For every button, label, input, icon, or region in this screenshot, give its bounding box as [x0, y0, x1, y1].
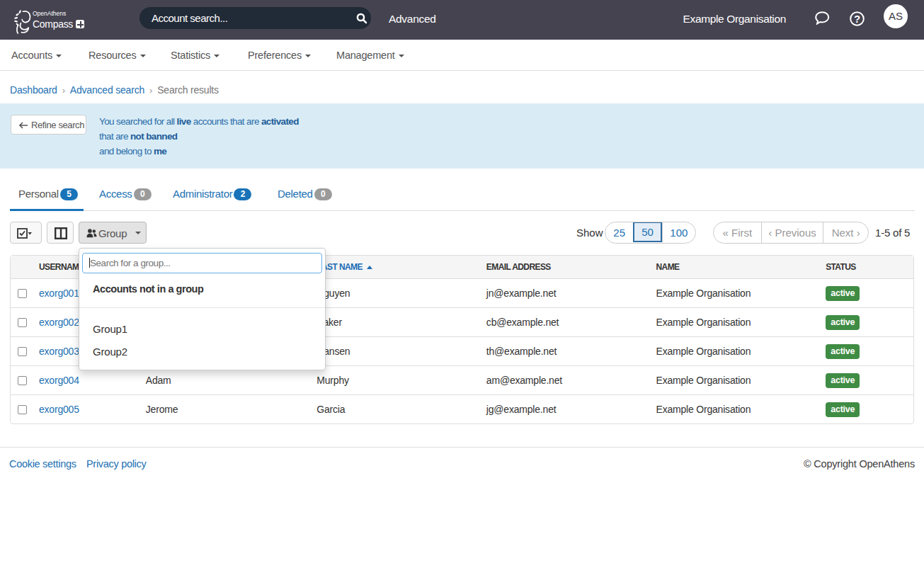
svg-text:?: ?: [854, 13, 860, 25]
